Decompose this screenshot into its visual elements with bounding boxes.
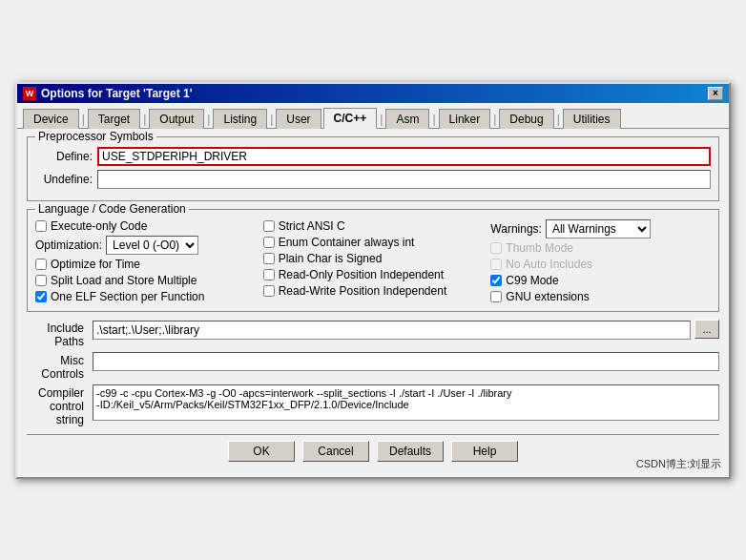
help-button[interactable]: Help — [451, 441, 518, 462]
read-write-row: Read-Write Position Independent — [263, 284, 484, 298]
dialog-window: W Options for Target 'Target 1' × Device… — [15, 82, 731, 479]
title-bar: W Options for Target 'Target 1' × — [17, 84, 729, 103]
defaults-button[interactable]: Defaults — [377, 441, 444, 462]
codegen-col3: Warnings: All Warnings Thumb Mode No Aut… — [490, 219, 711, 303]
undefine-input[interactable] — [97, 170, 711, 189]
c99-mode-checkbox[interactable] — [490, 275, 502, 286]
preprocessor-group: Preprocessor Symbols Define: Undefine: — [27, 136, 719, 201]
gnu-extensions-row: GNU extensions — [490, 290, 711, 303]
c99-mode-label: C99 Mode — [506, 274, 558, 287]
misc-controls-input[interactable] — [93, 352, 719, 371]
tab-output[interactable]: Output — [149, 109, 204, 129]
read-write-label: Read-Write Position Independent — [279, 284, 447, 298]
execute-only-label: Execute-only Code — [51, 219, 147, 233]
plain-char-checkbox[interactable] — [263, 253, 275, 264]
enum-container-label: Enum Container always int — [279, 236, 415, 249]
read-write-checkbox[interactable] — [263, 285, 275, 297]
compiler-string-row: Compiler control string -c99 -c -cpu Cor… — [27, 384, 719, 426]
compiler-string-input[interactable]: -c99 -c -cpu Cortex-M3 -g -O0 -apcs=inte… — [93, 384, 719, 421]
codegen-title: Language / Code Generation — [35, 202, 189, 216]
define-label: Define: — [35, 150, 97, 163]
plain-char-row: Plain Char is Signed — [263, 252, 484, 265]
codegen-col1: Execute-only Code Optimization: Level 0 … — [35, 219, 256, 303]
plain-char-label: Plain Char is Signed — [279, 252, 383, 265]
execute-only-row: Execute-only Code — [35, 219, 256, 233]
thumb-mode-checkbox[interactable] — [490, 242, 502, 254]
enum-container-row: Enum Container always int — [263, 236, 484, 249]
strict-ansi-label: Strict ANSI C — [279, 219, 345, 233]
gnu-extensions-checkbox[interactable] — [490, 291, 502, 302]
one-elf-row: One ELF Section per Function — [35, 290, 256, 303]
read-only-label: Read-Only Position Independent — [279, 268, 444, 281]
codegen-group: Language / Code Generation Execute-only … — [27, 209, 719, 312]
strict-ansi-row: Strict ANSI C — [263, 219, 484, 233]
no-auto-includes-row: No Auto Includes — [490, 258, 711, 271]
split-load-checkbox[interactable] — [35, 275, 47, 286]
warnings-select[interactable]: All Warnings — [546, 219, 651, 239]
tab-target[interactable]: Target — [88, 109, 140, 129]
tab-cpp[interactable]: C/C++ — [323, 108, 378, 129]
thumb-mode-row: Thumb Mode — [490, 241, 711, 255]
title-bar-left: W Options for Target 'Target 1' — [23, 87, 193, 100]
tab-device[interactable]: Device — [23, 109, 79, 129]
warnings-row: Warnings: All Warnings — [490, 219, 711, 239]
dialog-title: Options for Target 'Target 1' — [41, 87, 193, 100]
gnu-extensions-label: GNU extensions — [506, 290, 589, 303]
preprocessor-title: Preprocessor Symbols — [35, 130, 156, 143]
close-button[interactable]: × — [708, 87, 723, 100]
tab-listing[interactable]: Listing — [213, 109, 267, 129]
optimize-time-checkbox[interactable] — [35, 259, 47, 270]
misc-controls-row: Misc Controls — [27, 352, 719, 381]
execute-only-checkbox[interactable] — [35, 220, 47, 232]
optimization-label: Optimization: — [35, 239, 102, 252]
tab-utilities[interactable]: Utilities — [563, 109, 621, 129]
include-paths-label: Include Paths — [27, 320, 89, 348]
tabs-bar: Device | Target | Output | Listing | Use… — [17, 103, 729, 129]
no-auto-includes-checkbox[interactable] — [490, 259, 502, 270]
ok-button[interactable]: OK — [228, 441, 295, 462]
optimization-select[interactable]: Level 0 (-O0) — [106, 236, 198, 255]
read-only-checkbox[interactable] — [263, 269, 275, 280]
warnings-label: Warnings: — [490, 222, 542, 236]
strict-ansi-checkbox[interactable] — [263, 220, 275, 232]
c99-mode-row: C99 Mode — [490, 274, 711, 287]
no-auto-includes-label: No Auto Includes — [506, 258, 592, 271]
read-only-row: Read-Only Position Independent — [263, 268, 484, 281]
define-input[interactable] — [97, 147, 711, 166]
cancel-button[interactable]: Cancel — [302, 441, 369, 462]
one-elf-label: One ELF Section per Function — [51, 290, 204, 303]
split-load-row: Split Load and Store Multiple — [35, 274, 256, 287]
split-load-label: Split Load and Store Multiple — [51, 274, 197, 287]
include-paths-browse[interactable]: ... — [694, 320, 719, 339]
tab-linker[interactable]: Linker — [439, 109, 491, 129]
optimize-time-row: Optimize for Time — [35, 258, 256, 271]
tab-user[interactable]: User — [276, 109, 321, 129]
thumb-mode-label: Thumb Mode — [506, 241, 573, 255]
watermark: CSDN博主:刘显示 — [636, 457, 721, 471]
undefine-row: Undefine: — [35, 170, 711, 189]
codegen-col2: Strict ANSI C Enum Container always int … — [263, 219, 484, 303]
undefine-label: Undefine: — [35, 173, 97, 186]
compiler-string-label: Compiler control string — [27, 384, 89, 426]
tab-debug[interactable]: Debug — [499, 109, 553, 129]
include-paths-input[interactable] — [93, 321, 691, 340]
include-paths-row: Include Paths ... — [27, 320, 719, 348]
misc-controls-label: Misc Controls — [27, 352, 89, 381]
enum-container-checkbox[interactable] — [263, 237, 275, 248]
optimize-time-label: Optimize for Time — [51, 258, 140, 271]
one-elf-checkbox[interactable] — [35, 291, 47, 302]
optimization-row: Optimization: Level 0 (-O0) — [35, 236, 256, 255]
main-content: Preprocessor Symbols Define: Undefine: L… — [17, 129, 729, 477]
bottom-section: Include Paths ... Misc Controls Compiler… — [27, 320, 719, 426]
button-bar: OK Cancel Defaults Help — [27, 434, 719, 469]
tab-asm[interactable]: Asm — [385, 109, 429, 129]
app-icon: W — [23, 87, 36, 100]
define-row: Define: — [35, 147, 711, 166]
